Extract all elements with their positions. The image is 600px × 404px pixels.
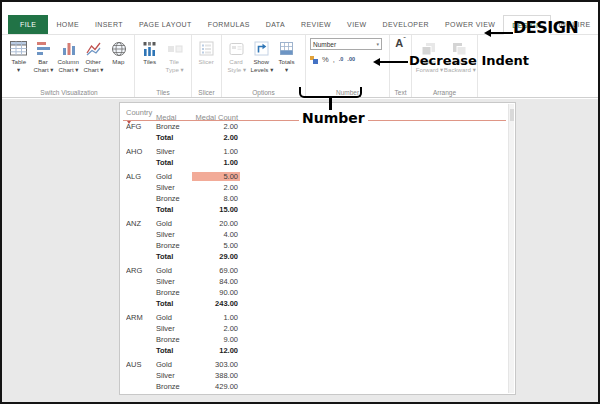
table-rows: AFGBronze2.00Total2.00AHOSilver1.00Total… [126,121,246,394]
number-format-value: Number [313,41,336,48]
table-row[interactable]: Total12.00 [126,345,246,356]
tab-home[interactable]: HOME [48,15,87,34]
table-row[interactable]: Total29.00 [126,251,246,262]
table-row[interactable]: Total1,120.00 [126,392,246,394]
medal-cell: Gold [156,219,192,228]
globe-icon [111,39,127,58]
table-row[interactable]: ALGGold5.00 [126,171,246,182]
card-icon [229,39,245,58]
medal-cell: Total [156,252,192,261]
table-row[interactable]: AFGBronze2.00 [126,121,246,132]
show-levels-button[interactable]: ShowLevels ▾ [249,39,274,74]
value-cell: 2.00 [192,324,240,333]
number-annotation: Number [299,110,368,126]
medal-cell: Total [156,133,192,142]
country-cell: AFG [126,122,156,131]
table-row[interactable]: Total2.00 [126,132,246,143]
decrease-decimal-icon[interactable]: .00 [347,57,355,63]
currency-icon[interactable] [310,56,318,64]
country-cell: ARG [126,266,156,275]
table-row[interactable]: Total1.00 [126,157,246,168]
table-row[interactable]: Bronze9.00 [126,334,246,345]
group-label-text: Text [390,89,411,96]
value-cell: 5.00 [192,241,240,250]
number-brace-stem [329,97,332,111]
number-format-dropdown[interactable]: Number ▾ [310,38,382,50]
table-row[interactable]: Silver2.00 [126,323,246,334]
table-row[interactable]: Total15.00 [126,204,246,215]
table-row[interactable]: Silver2.00 [126,182,246,193]
value-cell: 5.00 [192,172,240,181]
table-row[interactable]: Total243.00 [126,298,246,309]
map-button[interactable]: Map [106,39,131,66]
bar-chart-button[interactable]: BarChart ▾ [31,39,56,74]
value-cell: 2.00 [192,122,240,131]
table-row[interactable]: Silver4.00 [126,229,246,240]
power-view-sheet: Country Medal Medal Count AFGBronze2.00T… [119,102,516,395]
country-cell: ANZ [126,219,156,228]
vertical-scrollbar[interactable] [508,104,514,393]
table-row[interactable]: Bronze429.00 [126,381,246,392]
table-row[interactable]: Bronze8.00 [126,193,246,204]
decrease-indent-arrow [374,61,408,63]
group-label: Arrange [412,89,477,96]
group-label: Switch Visualization [4,89,134,96]
value-cell: 29.00 [192,252,240,261]
medal-cell: Total [156,346,192,355]
table-row[interactable]: Bronze5.00 [126,240,246,251]
line-chart-icon [86,39,102,58]
table-row[interactable]: Silver388.00 [126,370,246,381]
comma-icon[interactable]: , [333,56,335,64]
totals-button[interactable]: Totals▾ [274,39,299,74]
value-cell: 2.00 [192,183,240,192]
scrollbar-thumb[interactable] [510,109,514,121]
workspace-background: Country Medal Medal Count AFGBronze2.00T… [2,99,598,402]
value-cell: 9.00 [192,335,240,344]
decrease-indent-annotation: Decrease Indent [409,53,529,68]
button-label: Chart ▾ [84,66,104,73]
value-cell: 1,120.00 [192,393,240,394]
table-button[interactable]: Table▾ [6,39,31,74]
tab-view[interactable]: VIEW [339,15,375,34]
table-row[interactable]: Bronze90.00 [126,287,246,298]
tab-page-layout[interactable]: PAGE LAYOUT [131,15,200,34]
medal-cell: Total [156,158,192,167]
value-cell: 1.00 [192,147,240,156]
tab-data[interactable]: DATA [258,15,293,34]
column-chart-button[interactable]: ColumnChart ▾ [56,39,81,74]
tab-file[interactable]: FILE [8,15,48,34]
table-row[interactable]: AUSGold303.00 [126,359,246,370]
tiles-button[interactable]: Tiles [137,39,162,66]
tab-formulas[interactable]: FORMULAS [200,15,258,34]
text-size-button[interactable]: A ˆ [392,38,409,56]
medal-cell: Bronze [156,194,192,203]
table-row[interactable]: ARMGold1.00 [126,312,246,323]
medal-cell: Total [156,205,192,214]
value-cell: 90.00 [192,288,240,297]
value-cell: 243.00 [192,299,240,308]
medal-cell: Gold [156,266,192,275]
percent-icon[interactable]: % [322,56,329,64]
increase-decimal-icon[interactable]: .0 [339,57,344,63]
button-label: Levels ▾ [250,66,273,73]
other-chart-button[interactable]: OtherChart ▾ [81,39,106,74]
value-cell: 388.00 [192,371,240,380]
tab-insert[interactable]: INSERT [87,15,131,34]
table-row[interactable]: ARGGold69.00 [126,265,246,276]
table-row[interactable]: ANZGold20.00 [126,218,246,229]
card-style-button: CardStyle ▾ [224,39,249,74]
medal-cell: Gold [156,172,192,181]
tab-developer[interactable]: DEVELOPER [375,15,437,34]
medal-cell: Total [156,393,192,394]
group-label: Tiles [135,89,191,96]
ribbon-group-options: CardStyle ▾ShowLevels ▾Totals▾Options [222,35,306,97]
value-cell: 1.00 [192,158,240,167]
table-row[interactable]: AHOSilver1.00 [126,146,246,157]
value-cell: 20.00 [192,219,240,228]
country-cell: AHO [126,147,156,156]
chevron-down-icon: ▾ [376,41,379,47]
tab-review[interactable]: REVIEW [293,15,339,34]
table-row[interactable]: Silver84.00 [126,276,246,287]
value-cell: 84.00 [192,277,240,286]
country-cell: ARM [126,313,156,322]
